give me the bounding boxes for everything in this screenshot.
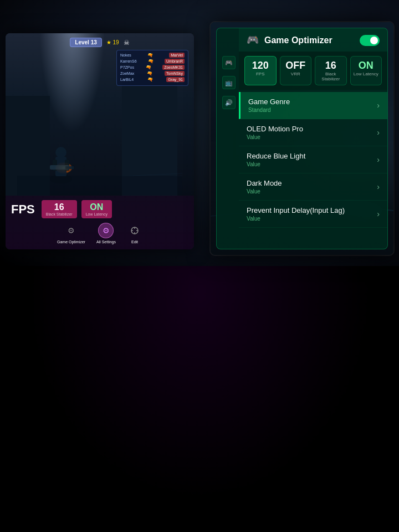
table-row: LarBiL4 🔫 Gray_91 [120, 77, 185, 82]
latency-tile: ON Low Latency [350, 56, 382, 85]
side-icons: 🎮 📺 🔊 [222, 56, 236, 109]
low-latency-label: Low Latency [86, 212, 108, 216]
input-delay-info: Prevent Input Delay(Input Lag) Value [247, 206, 345, 222]
vrr-value: OFF [283, 60, 309, 71]
volume-icon[interactable]: 🔊 [222, 96, 236, 109]
black-stabilizer-badge: 16 Black Stabilizer [42, 200, 77, 218]
toggle-knob [370, 37, 378, 44]
reduce-blue-light-info: Reduce Blue Light Value [247, 152, 305, 167]
bottom-section [0, 266, 399, 532]
weapon-icon: 🔫 [147, 53, 153, 58]
input-delay-title: Prevent Input Delay(Input Lag) [247, 206, 345, 214]
crosshair-icon [127, 223, 142, 238]
oled-motion-info: OLED Motion Pro Value [247, 125, 303, 140]
black-stabilizer-value: 16 [46, 202, 73, 212]
low-latency-value: ON [86, 202, 108, 212]
latency-unit: Low Latency [353, 71, 380, 76]
all-settings-shortcut[interactable]: ⚙ All Settings [96, 223, 116, 244]
vrr-tile: OFF VRR [280, 56, 312, 85]
weapon-icon: 🔫 [146, 65, 151, 70]
chevron-icon: › [377, 209, 380, 218]
input-delay-value: Value [247, 216, 345, 222]
skull-icon: ☠ [124, 39, 130, 47]
game-optimizer-label: Game Optimizer [57, 240, 85, 244]
table-row: ZoeMax 🔫 TomNSky [120, 71, 185, 76]
chevron-icon: › [377, 101, 380, 110]
table-row: P7ZPos 🔫 ZoesMK31 [120, 65, 185, 70]
hud-overlay: Level 13 ★ 19 ☠ Nokes 🔫 MarVel KarrenS6 … [6, 33, 194, 249]
optimizer-menu: Game Genre Standard › OLED Motion Pro Va… [239, 90, 387, 230]
menu-item-reduce-blue-light[interactable]: Reduce Blue Light Value › [239, 146, 387, 173]
optimizer-stats-bar: 120 FPS OFF VRR 16 Black Stabilizer ON [239, 52, 387, 90]
reduce-blue-light-value: Value [247, 161, 305, 167]
chevron-icon: › [377, 182, 380, 191]
all-settings-label: All Settings [96, 240, 116, 244]
stats-row: FPS 16 Black Stabilizer ON Low Latency [11, 200, 188, 218]
weapon-icon: 🔫 [148, 59, 154, 64]
game-genre-value: Standard [248, 107, 290, 113]
black-stab-value: 16 [318, 60, 344, 71]
low-latency-badge: ON Low Latency [81, 200, 112, 218]
edit-label: Edit [131, 240, 138, 244]
black-stab-unit: Black Stabilizer [318, 71, 344, 81]
table-row: KarrenS6 🔫 UmbranR [120, 59, 185, 64]
chevron-icon: › [377, 155, 380, 164]
fps-value: 120 [247, 60, 274, 71]
level-badge: Level 13 [70, 38, 101, 47]
optimizer-title: Game Optimizer [264, 35, 332, 45]
dark-mode-info: Dark Mode Value [247, 179, 282, 195]
main-scene: Level 13 ★ 19 ☠ Nokes 🔫 MarVel KarrenS6 … [0, 0, 399, 266]
weapon-icon: 🔫 [147, 71, 152, 76]
oled-motion-value: Value [247, 134, 303, 140]
menu-item-input-delay[interactable]: Prevent Input Delay(Input Lag) Value › [239, 201, 387, 228]
game-optimizer-icon: ⚙ [63, 223, 79, 238]
game-icon: 🎮 [247, 34, 260, 47]
optimizer-header: 🎮 Game Optimizer [239, 28, 387, 52]
chevron-icon: › [377, 128, 380, 137]
weapon-icon: 🔫 [147, 77, 153, 82]
optimizer-panel: 🎮 📺 🔊 🎮 Game Optimizer [216, 28, 388, 249]
latency-value: ON [353, 60, 380, 71]
right-tv: 🎮 📺 🔊 🎮 Game Optimizer [211, 22, 393, 255]
menu-item-game-genre[interactable]: Game Genre Standard › [239, 92, 387, 119]
star-icon: ★ 19 [106, 39, 119, 45]
dark-mode-title: Dark Mode [247, 179, 282, 187]
menu-item-dark-mode[interactable]: Dark Mode Value › [239, 173, 387, 201]
black-stabilizer-label: Black Stabilizer [46, 212, 73, 216]
scoreboard: Nokes 🔫 MarVel KarrenS6 🔫 UmbranR P7ZPos… [116, 50, 188, 86]
left-tv: Level 13 ★ 19 ☠ Nokes 🔫 MarVel KarrenS6 … [6, 33, 194, 249]
menu-item-oled-motion[interactable]: OLED Motion Pro Value › [239, 119, 387, 146]
game-genre-title: Game Genre [248, 98, 290, 106]
bottom-hud: FPS 16 Black Stabilizer ON Low Latency ⚙ [6, 196, 194, 249]
fps-display: FPS [11, 202, 35, 217]
game-optimizer-shortcut[interactable]: ⚙ Game Optimizer [57, 223, 85, 244]
all-settings-icon: ⚙ [98, 223, 114, 238]
fps-unit: FPS [247, 71, 274, 76]
fps-tile: 120 FPS [244, 56, 277, 85]
oled-motion-title: OLED Motion Pro [247, 125, 303, 133]
table-row: Nokes 🔫 MarVel [120, 53, 185, 58]
game-genre-info: Game Genre Standard [248, 98, 290, 113]
crosshair-shortcut[interactable]: Edit [127, 223, 142, 244]
black-stab-tile: 16 Black Stabilizer [315, 56, 347, 85]
optimizer-toggle[interactable] [360, 35, 380, 46]
controller-icon[interactable]: 🎮 [222, 56, 236, 69]
optimizer-title-row: 🎮 Game Optimizer [247, 34, 332, 47]
reduce-blue-light-title: Reduce Blue Light [247, 152, 305, 160]
display-icon[interactable]: 📺 [222, 76, 236, 89]
dark-mode-value: Value [247, 188, 282, 195]
vrr-unit: VRR [283, 71, 309, 76]
menu-icons: ⚙ Game Optimizer ⚙ All Settings [11, 223, 188, 244]
top-bar: Level 13 ★ 19 ☠ [6, 38, 194, 47]
